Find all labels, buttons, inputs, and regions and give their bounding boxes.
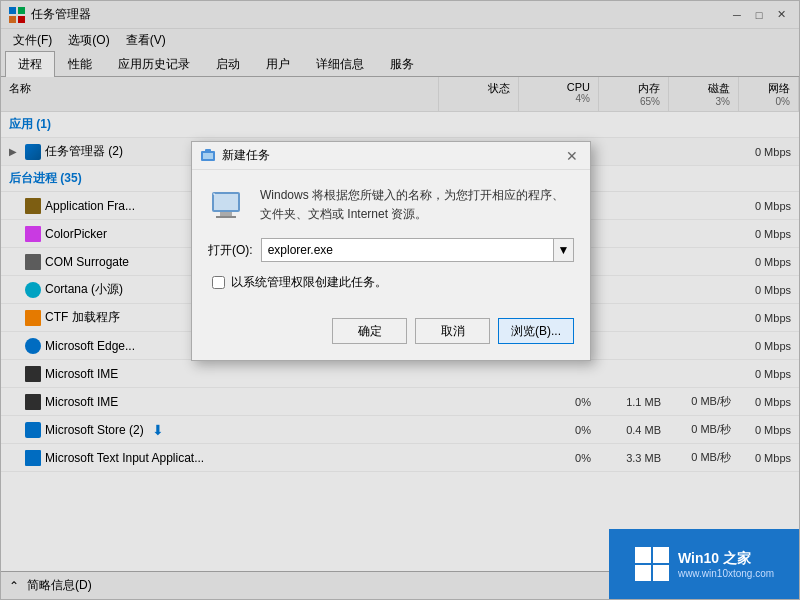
dialog-browse-button[interactable]: 浏览(B)... <box>498 318 574 344</box>
dialog-body: Windows 将根据您所键入的名称，为您打开相应的程序、 文件夹、文档或 In… <box>192 170 590 310</box>
svg-rect-14 <box>635 565 651 581</box>
dialog-open-input[interactable] <box>262 241 553 259</box>
dialog-close-button[interactable]: ✕ <box>562 146 582 166</box>
svg-rect-11 <box>213 193 215 195</box>
dialog-buttons: 确定 取消 浏览(B)... <box>192 310 590 360</box>
svg-rect-13 <box>653 547 669 563</box>
task-manager-window: 任务管理器 ─ □ ✕ 文件(F) 选项(O) 查看(V) 进程 性能 应用历史… <box>0 0 800 600</box>
svg-rect-10 <box>216 216 236 218</box>
admin-checkbox[interactable] <box>212 276 225 289</box>
admin-checkbox-label: 以系统管理权限创建此任务。 <box>231 274 387 291</box>
dialog-overlay: 新建任务 ✕ Windows 将根据您所键入的名称，为您打开相应的程序、 文件夹… <box>1 1 799 599</box>
svg-rect-5 <box>203 153 213 159</box>
dialog-titlebar: 新建任务 ✕ <box>192 142 590 170</box>
svg-rect-6 <box>205 149 211 153</box>
dialog-ok-button[interactable]: 确定 <box>332 318 407 344</box>
dialog-cancel-button[interactable]: 取消 <box>415 318 490 344</box>
dialog-open-label: 打开(O): <box>208 242 253 259</box>
svg-rect-9 <box>220 212 232 216</box>
dialog-title-text: 新建任务 <box>222 147 270 164</box>
dialog-description: Windows 将根据您所键入的名称，为您打开相应的程序、 文件夹、文档或 In… <box>260 186 574 224</box>
dropdown-arrow-icon[interactable]: ▼ <box>553 239 573 261</box>
new-task-dialog: 新建任务 ✕ Windows 将根据您所键入的名称，为您打开相应的程序、 文件夹… <box>191 141 591 361</box>
watermark-title: Win10 之家 <box>678 549 774 569</box>
svg-rect-12 <box>635 547 651 563</box>
dialog-computer-icon <box>208 186 248 226</box>
svg-rect-15 <box>653 565 669 581</box>
watermark-url: www.win10xtong.com <box>678 568 774 579</box>
dialog-input-wrapper: ▼ <box>261 238 574 262</box>
dialog-title-icon <box>200 148 216 164</box>
watermark: Win10 之家 www.win10xtong.com <box>609 529 799 599</box>
windows-logo-icon <box>634 546 670 582</box>
svg-rect-8 <box>214 194 238 210</box>
